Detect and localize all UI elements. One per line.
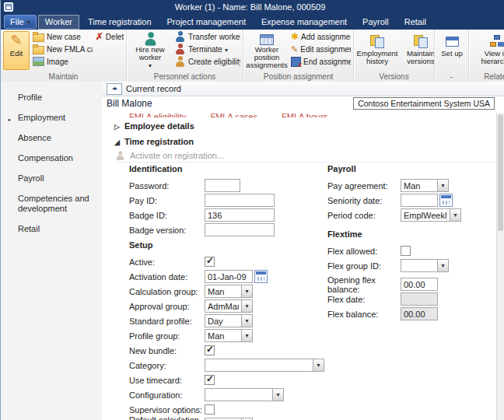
- configuration-input[interactable]: [205, 388, 273, 401]
- company-box: Contoso Entertainment System USA: [353, 97, 495, 110]
- section-time-registration[interactable]: Time registration: [107, 135, 495, 149]
- new-fmla-case-label: New FMLA case: [47, 45, 93, 54]
- supervisor-options-label: Supervisor options:: [129, 405, 205, 415]
- tab-payroll[interactable]: Payroll: [355, 15, 396, 30]
- edit-button[interactable]: Edit: [3, 31, 30, 70]
- create-eligibility-event-button[interactable]: Create eligibility event: [173, 56, 240, 67]
- tab-fmla-hours[interactable]: FMLA hours: [282, 112, 327, 117]
- opening-flex-balance-label: Opening flex balance:: [327, 275, 401, 294]
- section-employee-details[interactable]: Employee details: [107, 119, 495, 133]
- calendar-icon[interactable]: [439, 194, 453, 207]
- field-seniority-date: Seniority date:: [327, 193, 504, 208]
- dropdown-button[interactable]: [437, 259, 449, 272]
- password-input[interactable]: [205, 179, 240, 192]
- sidebar-item-employment[interactable]: Employment: [1, 110, 102, 126]
- file-menu-button[interactable]: File: [4, 15, 37, 29]
- terminate-button[interactable]: Terminate: [173, 44, 240, 54]
- activate-on-registration-button[interactable]: Activate on registration...: [130, 151, 224, 160]
- transfer-worker-button[interactable]: Transfer worker: [173, 31, 240, 42]
- opening-flex-balance-input[interactable]: [401, 278, 438, 291]
- image-button[interactable]: Image: [31, 56, 93, 67]
- dropdown-button[interactable]: [450, 208, 461, 222]
- ribbon-group-maintain: Edit New case New FMLA case Image: [1, 30, 127, 82]
- dropdown-button[interactable]: [241, 329, 253, 342]
- set-up-button[interactable]: Set up: [437, 31, 467, 70]
- delete-label: Delete: [106, 33, 124, 41]
- new-bundle-checkbox[interactable]: [205, 345, 215, 355]
- calculation-group-input[interactable]: [205, 285, 242, 298]
- add-assignment-label: Add assignment: [301, 33, 351, 41]
- field-activation-date: Activation date:: [129, 269, 328, 284]
- edit-assignment-button[interactable]: Edit assignment: [289, 44, 351, 54]
- seniority-date-input[interactable]: [401, 194, 438, 207]
- tab-project-management[interactable]: Project management: [160, 15, 254, 30]
- dropdown-button[interactable]: [241, 285, 253, 298]
- use-timecard-checkbox[interactable]: [205, 375, 215, 385]
- dropdown-button[interactable]: [241, 314, 253, 327]
- sidebar-item-absence[interactable]: Absence: [1, 130, 102, 146]
- dropdown-button[interactable]: [272, 388, 284, 401]
- end-assignment-button[interactable]: End assignment: [289, 56, 351, 67]
- supervisor-options-checkbox[interactable]: [205, 404, 215, 415]
- tab-fmla-cases[interactable]: FMLA cases: [210, 112, 257, 117]
- field-badge-version: Badge version:: [129, 222, 328, 237]
- tab-time-registration[interactable]: Time registration: [81, 15, 159, 30]
- dropdown-button[interactable]: [313, 359, 324, 372]
- maintain-versions-button[interactable]: Maintain versions: [400, 31, 435, 70]
- dropdown-button[interactable]: [241, 299, 253, 313]
- activation-date-input[interactable]: [205, 270, 253, 283]
- worker-position-assignments-button[interactable]: Worker position assignments: [246, 31, 288, 70]
- badge-version-input[interactable]: [205, 223, 275, 236]
- flex-allowed-checkbox[interactable]: [401, 246, 411, 256]
- category-input[interactable]: [205, 359, 313, 372]
- record-navigation-icon[interactable]: [107, 83, 122, 95]
- time-registration-form: Identification Password: Pay ID: Badge I…: [102, 163, 496, 420]
- badge-id-input[interactable]: [205, 208, 275, 222]
- tab-retail[interactable]: Retail: [397, 15, 433, 30]
- tab-fmla-eligibility[interactable]: FMLA eligibility: [129, 112, 186, 117]
- sidebar-item-profile[interactable]: Profile: [1, 89, 102, 106]
- calendar-icon[interactable]: [254, 270, 268, 283]
- dropdown-button[interactable]: [437, 179, 449, 192]
- folder-icon: [33, 46, 44, 54]
- vertical-scrollbar[interactable]: [496, 113, 504, 420]
- payroll-group-title: Payroll: [327, 164, 504, 177]
- maintain-versions-label: Maintain versions: [401, 50, 435, 65]
- profile-group-input[interactable]: [205, 329, 242, 342]
- file-menu-label: File: [10, 17, 24, 26]
- tab-expense-management[interactable]: Expense management: [254, 15, 354, 30]
- add-assignment-button[interactable]: Add assignment: [289, 31, 351, 42]
- period-code-input[interactable]: [401, 208, 450, 222]
- worker-name-title: Bill Malone: [107, 98, 152, 109]
- configuration-label: Configuration:: [129, 390, 205, 400]
- field-approval-group: Approval group:: [129, 299, 328, 313]
- active-checkbox[interactable]: [205, 257, 215, 267]
- current-record-bar: Current record: [102, 82, 504, 96]
- view-in-hierarchy-button[interactable]: View in hierarchy: [471, 31, 504, 70]
- new-case-button[interactable]: New case: [31, 31, 93, 42]
- image-icon: [33, 57, 44, 66]
- flex-group-id-input[interactable]: [401, 259, 438, 272]
- new-fmla-case-button[interactable]: New FMLA case: [31, 44, 93, 54]
- pay-agreement-label: Pay agreement:: [327, 181, 401, 191]
- pay-agreement-input[interactable]: [401, 179, 438, 192]
- hire-new-worker-button[interactable]: Hire new worker: [129, 31, 171, 70]
- pencil-icon: [10, 37, 22, 47]
- tab-worker[interactable]: Worker: [38, 15, 79, 30]
- delete-button[interactable]: Delete: [94, 31, 124, 42]
- sidebar-item-competencies[interactable]: Competencies and development: [1, 191, 102, 217]
- sidebar-item-payroll[interactable]: Payroll: [1, 170, 102, 187]
- profile-group-label: Profile group:: [129, 331, 205, 341]
- scrollbar-thumb[interactable]: [498, 114, 503, 231]
- standard-profile-input[interactable]: [205, 314, 242, 327]
- collapse-triangle-icon: [114, 137, 120, 146]
- sidebar-item-retail[interactable]: Retail: [1, 221, 102, 237]
- end-assignment-label: End assignment: [303, 58, 351, 66]
- pay-id-input[interactable]: [205, 194, 275, 207]
- sidebar-item-compensation[interactable]: Compensation: [1, 150, 102, 166]
- employment-history-button[interactable]: Employment history: [356, 31, 398, 70]
- group-label-related: Related in..: [469, 72, 504, 81]
- approval-group-input[interactable]: [205, 299, 242, 313]
- left-navigation: Profile Employment Absence Compensation …: [1, 82, 102, 420]
- window-title: Worker (1) - Name: Bill Malone, 000509: [13, 2, 487, 12]
